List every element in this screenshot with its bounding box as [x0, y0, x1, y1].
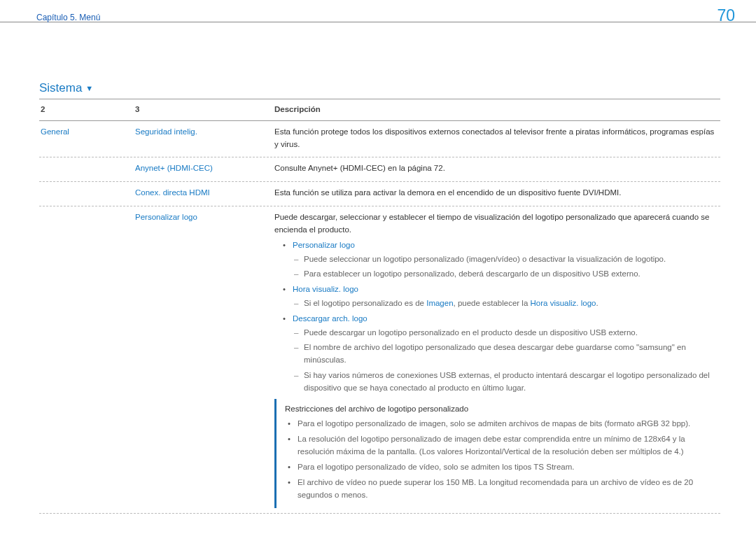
th-level2: 2	[39, 99, 134, 120]
dash-item: El nombre de archivo del logotipo person…	[294, 342, 719, 367]
bullet-descargar: Descargar arch. logo Puede descargar un …	[283, 313, 719, 395]
dropdown-triangle-icon: ▼	[85, 84, 93, 92]
item-personalizar-logo: Personalizar logo	[134, 206, 273, 513]
bullet-hora-title: Hora visualiz. logo	[293, 285, 358, 293]
dash-item: Para establecer un logotipo personalizad…	[294, 268, 719, 281]
restrictions-block: Restricciones del archivo de logotipo pe…	[274, 399, 719, 509]
desc-anynet: Consulte Anynet+ (HDMI-CEC) en la página…	[273, 157, 720, 181]
th-level3: 3	[134, 99, 273, 120]
item-seguridad-intelig: Seguridad intelig.	[134, 121, 273, 157]
bullet-hora: Hora visualiz. logo Si el logotipo perso…	[283, 283, 719, 310]
table-row: Anynet+ (HDMI-CEC) Consulte Anynet+ (HDM…	[39, 157, 720, 182]
table-header-row: 2 3 Descripción	[39, 99, 720, 121]
item-anynet: Anynet+ (HDMI-CEC)	[134, 157, 273, 181]
restriction-item: El archivo de vídeo no puede superar los…	[288, 477, 712, 502]
dash-item: Si hay varios números de conexiones USB …	[294, 370, 719, 395]
settings-table: 2 3 Descripción General Seguridad inteli…	[39, 99, 720, 514]
item-conex-hdmi: Conex. directa HDMI	[134, 182, 273, 206]
restrictions-title: Restricciones del archivo de logotipo pe…	[285, 403, 712, 416]
inline-imagen: Imagen	[426, 299, 453, 307]
desc-seguridad: Esta función protege todos los dispositi…	[273, 121, 720, 157]
restriction-item: Para el logotipo personalizado de imagen…	[288, 418, 712, 430]
table-row: Personalizar logo Puede descargar, selec…	[39, 206, 720, 514]
dash-item: Puede seleccionar un logotipo personaliz…	[294, 253, 719, 266]
section-title: Sistema ▼	[39, 79, 93, 97]
restriction-item: La resolución del logotipo personalizado…	[288, 433, 712, 458]
desc-personalizar-logo: Puede descargar, seleccionar y establece…	[273, 206, 720, 513]
inline-hora-visualiz: Hora visualiz. logo	[531, 299, 596, 307]
restriction-item: Para el logotipo personalizado de vídeo,…	[288, 461, 712, 474]
section-title-text: Sistema	[39, 81, 82, 94]
bullet-personalizar: Personalizar logo Puede seleccionar un l…	[283, 239, 719, 281]
dash-item: Puede descargar un logotipo personalizad…	[294, 327, 719, 339]
page-number: 70	[717, 3, 735, 29]
table-row: Conex. directa HDMI Esta función se util…	[39, 182, 720, 206]
logo-intro: Puede descargar, seleccionar y establece…	[274, 211, 719, 237]
bullet-descargar-title: Descargar arch. logo	[293, 314, 368, 323]
bullet-personalizar-title: Personalizar logo	[293, 241, 355, 249]
desc-conex-hdmi: Esta función se utiliza para activar la …	[273, 182, 720, 206]
table-row: General Seguridad intelig. Esta función …	[39, 121, 720, 158]
dash-item: Si el logotipo personalizado es de Image…	[294, 297, 719, 310]
category-general: General	[39, 121, 134, 157]
th-description: Descripción	[273, 99, 720, 120]
chapter-label: Capítulo 5. Menú	[36, 11, 100, 24]
